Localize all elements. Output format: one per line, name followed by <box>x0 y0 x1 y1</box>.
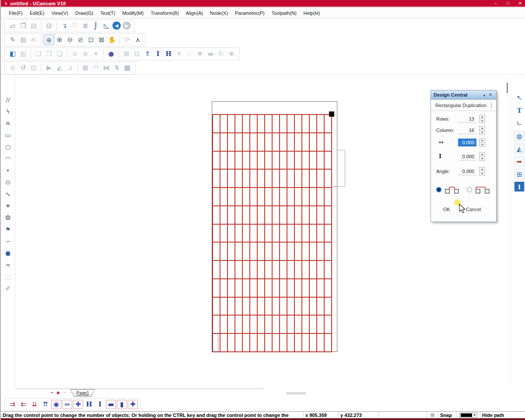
grid-cell[interactable] <box>309 115 317 133</box>
blank-square-tool-icon[interactable]: □ <box>3 272 13 281</box>
group-icon[interactable]: ⊞ <box>121 49 132 59</box>
distribute-left-icon[interactable]: ⇇ <box>18 399 29 410</box>
mesh-distort-icon[interactable]: ▦ <box>122 62 133 73</box>
grid-cell[interactable] <box>242 333 250 352</box>
grid-cell[interactable] <box>235 333 242 352</box>
grid-cell[interactable] <box>324 260 332 279</box>
favorites-icon[interactable]: ♡ <box>70 21 80 31</box>
arc-tool-icon[interactable]: ◠ <box>3 154 13 163</box>
grid-cell[interactable] <box>280 151 287 170</box>
grid-cell[interactable] <box>265 206 272 224</box>
grid-cell[interactable] <box>309 169 317 187</box>
grid-cell[interactable] <box>287 297 294 316</box>
grid-cell[interactable] <box>272 169 280 187</box>
grid-cell[interactable] <box>265 333 272 352</box>
grid-cell[interactable] <box>265 224 272 243</box>
cancel-button[interactable]: Cancel <box>466 207 481 212</box>
spin-down-icon[interactable]: ▼ <box>480 142 485 146</box>
grid-cell[interactable] <box>257 187 265 206</box>
match-width-icon[interactable]: ▬ <box>106 400 116 409</box>
grid-cell[interactable] <box>257 169 265 187</box>
gear-icon[interactable]: ✳ <box>174 49 184 59</box>
grid-cell[interactable] <box>250 279 257 297</box>
shear-icon[interactable]: ⊿ <box>65 62 75 73</box>
grid-cell[interactable] <box>228 151 235 170</box>
equal-v-space-icon[interactable]: I <box>94 399 105 410</box>
equal-h-space-icon[interactable]: H <box>84 399 94 410</box>
grid-cell[interactable] <box>324 206 332 224</box>
grid-cell[interactable] <box>280 333 287 352</box>
grid-cell[interactable] <box>250 133 257 151</box>
spin-down-icon[interactable]: ▼ <box>480 171 485 175</box>
grid-cell[interactable] <box>294 279 302 297</box>
grid-cell[interactable] <box>294 187 302 206</box>
rows-input[interactable]: 13 <box>458 115 476 123</box>
grid-cell[interactable] <box>294 260 302 279</box>
spin-down-icon[interactable]: ▼ <box>480 119 485 123</box>
grid-cell[interactable] <box>324 297 332 316</box>
grid-cell[interactable] <box>272 242 280 260</box>
grid-cell[interactable] <box>302 133 309 151</box>
duplication-grid[interactable] <box>212 114 332 352</box>
grid-cell[interactable] <box>294 151 302 170</box>
grid-cell[interactable] <box>228 242 235 260</box>
grid-cell[interactable] <box>317 187 324 206</box>
grid-cell[interactable] <box>213 315 220 333</box>
grid-cell[interactable] <box>220 187 228 206</box>
notes-icon[interactable]: ≣ <box>80 21 91 31</box>
export-path-icon[interactable]: ➥ <box>514 156 525 167</box>
measure-icon[interactable]: ⋏ <box>133 35 143 45</box>
menu-view[interactable]: View(V) <box>48 9 71 17</box>
grid-cell[interactable] <box>228 315 235 333</box>
sheet-dup-icon[interactable]: ❑ <box>54 49 65 59</box>
star-tool-icon[interactable]: ✶ <box>3 201 13 211</box>
spin-up-icon[interactable]: ▲ <box>480 167 485 171</box>
grid-cell[interactable] <box>287 133 294 151</box>
distribute-up-icon[interactable]: ⇈ <box>40 399 51 410</box>
menu-modify[interactable]: Modify(M) <box>119 9 147 17</box>
grid-cell[interactable] <box>228 187 235 206</box>
grid-cell[interactable] <box>213 260 220 279</box>
point-tool-icon[interactable]: • <box>3 166 13 175</box>
grid-cell[interactable] <box>302 169 309 187</box>
rectangle-tool-icon[interactable]: ▭ <box>3 130 13 140</box>
grid-cell[interactable] <box>309 333 317 352</box>
distribute-down-icon[interactable]: ⇊ <box>29 399 40 410</box>
grid-cell[interactable] <box>324 242 332 260</box>
grid-cell[interactable] <box>242 279 250 297</box>
spin-up-icon[interactable]: ▲ <box>480 153 485 156</box>
grid-cell[interactable] <box>302 224 309 243</box>
hide-path-button[interactable]: Hide path <box>480 412 525 418</box>
sphere-icon[interactable]: ● <box>106 49 116 59</box>
grid-cell[interactable] <box>257 333 265 352</box>
emboss-icon[interactable]: ✍ <box>28 35 39 45</box>
grid-cell[interactable] <box>220 169 228 187</box>
grid-cell[interactable] <box>324 315 332 333</box>
grid-cell[interactable] <box>317 279 324 297</box>
close-button[interactable]: ✕ <box>517 0 523 7</box>
protractor-icon[interactable]: ◺ <box>101 21 112 31</box>
grid-cell[interactable] <box>257 115 265 133</box>
grid-cell[interactable] <box>220 133 228 151</box>
ok-button[interactable]: OK <box>443 207 450 212</box>
menu-node[interactable]: Node(X) <box>206 9 231 17</box>
grid-cell[interactable] <box>228 297 235 316</box>
spin-up-icon[interactable]: ▲ <box>480 115 485 119</box>
grid-cell[interactable] <box>324 133 332 151</box>
menu-text[interactable]: Text(T) <box>97 9 119 17</box>
line-tool-icon[interactable]: ∕∕ <box>3 95 13 104</box>
knife-icon[interactable]: ✎ <box>7 35 18 45</box>
zoom-dynamic-icon[interactable]: ⊘ <box>75 35 86 45</box>
collapse-icon[interactable]: ▲ <box>481 94 487 97</box>
perspective-icon[interactable]: ⊞ <box>80 62 91 73</box>
grid-cell[interactable] <box>257 133 265 151</box>
grid-cell[interactable] <box>272 133 280 151</box>
rotate-view-icon[interactable]: ⟳ <box>122 35 133 45</box>
menu-help[interactable]: Help(H) <box>300 9 324 17</box>
tab-rectangular-duplication[interactable]: Rectangular Duplication │ <box>431 100 496 111</box>
grid-cell[interactable] <box>220 206 228 224</box>
spin-up-icon[interactable]: ▲ <box>480 139 485 142</box>
grid-cell[interactable] <box>235 297 242 316</box>
grid-cell[interactable] <box>242 224 250 243</box>
grid-cell[interactable] <box>228 169 235 187</box>
